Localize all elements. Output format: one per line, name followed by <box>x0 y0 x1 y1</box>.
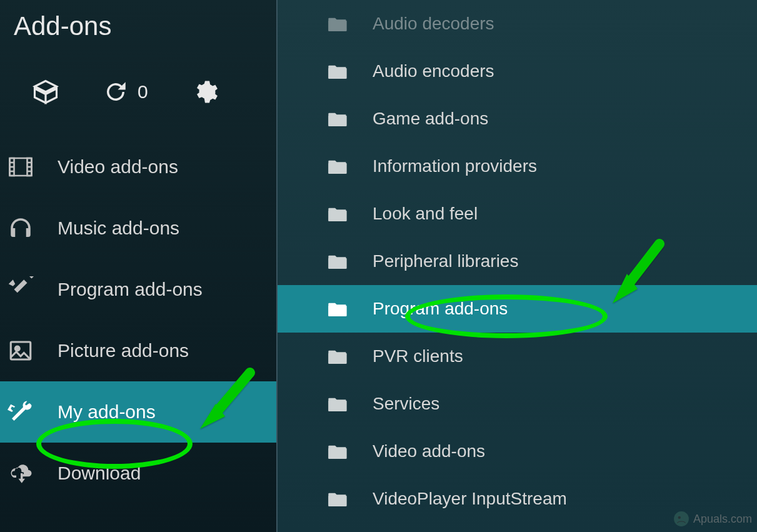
svg-rect-19 <box>328 401 346 411</box>
sidebar-item-label: Video add-ons <box>58 156 178 178</box>
folder-icon <box>328 443 348 460</box>
svg-rect-16 <box>328 258 346 269</box>
folder-icon <box>328 110 348 128</box>
sidebar-item-label: Download <box>58 463 141 484</box>
svg-rect-14 <box>328 163 346 174</box>
gear-icon <box>192 79 218 105</box>
content-item-services[interactable]: Services <box>278 380 757 428</box>
folder-icon <box>328 205 348 223</box>
watermark-icon <box>673 511 689 527</box>
sidebar-item-picture-addons[interactable]: Picture add-ons <box>0 320 276 381</box>
toolbar: 0 <box>0 48 276 136</box>
content-item-label: Look and feel <box>373 204 478 224</box>
svg-rect-12 <box>328 68 346 79</box>
watermark-text: Apuals.com <box>693 513 752 526</box>
content-item-label: Peripheral libraries <box>373 251 518 271</box>
svg-rect-18 <box>328 353 346 364</box>
right-panel: Audio decoders Audio encoders Game add-o… <box>276 0 757 532</box>
content-item-label: PVR clients <box>373 346 463 366</box>
film-icon <box>8 154 34 180</box>
sidebar-item-label: Picture add-ons <box>58 340 189 361</box>
content-item-label: Audio decoders <box>373 14 494 34</box>
content-item-label: Game add-ons <box>373 109 488 129</box>
folder-icon <box>328 490 348 508</box>
content-item-program-addons[interactable]: Program add-ons <box>278 285 757 333</box>
folder-icon <box>328 15 348 33</box>
sidebar-item-my-addons[interactable]: My add-ons <box>0 381 276 443</box>
content-list: Audio decoders Audio encoders Game add-o… <box>278 0 757 523</box>
wrench-icon <box>8 399 34 425</box>
folder-icon <box>328 63 348 80</box>
folder-icon <box>328 253 348 270</box>
content-item-label: Audio encoders <box>373 61 494 81</box>
folder-icon <box>328 158 348 175</box>
box-icon <box>33 79 59 105</box>
content-item-look-and-feel[interactable]: Look and feel <box>278 190 757 238</box>
svg-rect-21 <box>328 496 346 506</box>
svg-point-24 <box>674 511 689 526</box>
content-item-game-addons[interactable]: Game add-ons <box>278 95 757 143</box>
watermark: Apuals.com <box>673 511 752 527</box>
sidebar-item-program-addons[interactable]: Program add-ons <box>0 259 276 320</box>
sidebar-item-music-addons[interactable]: Music add-ons <box>0 198 276 259</box>
svg-rect-11 <box>328 21 346 31</box>
content-item-label: VideoPlayer InputStream <box>373 489 567 509</box>
left-panel: Add-ons 0 Video add-ons <box>0 0 276 532</box>
box-button[interactable] <box>33 79 59 105</box>
svg-rect-15 <box>328 211 346 221</box>
tools-icon <box>8 276 34 303</box>
svg-point-10 <box>15 346 19 351</box>
toolbar-count: 0 <box>138 81 148 103</box>
svg-rect-13 <box>328 116 346 126</box>
content-item-information-providers[interactable]: Information providers <box>278 143 757 190</box>
refresh-button[interactable]: 0 <box>103 79 148 105</box>
page-title: Add-ons <box>0 0 276 48</box>
sidebar-item-label: Music add-ons <box>58 218 179 239</box>
picture-icon <box>8 338 34 364</box>
content-item-audio-decoders[interactable]: Audio decoders <box>278 0 757 48</box>
folder-icon <box>328 348 348 365</box>
settings-button[interactable] <box>192 79 218 105</box>
content-item-pvr-clients[interactable]: PVR clients <box>278 333 757 380</box>
sidebar-item-download[interactable]: Download <box>0 443 276 504</box>
sidebar-item-label: Program add-ons <box>58 279 203 300</box>
sidebar-list: Video add-ons Music add-ons Program add-… <box>0 136 276 504</box>
folder-icon <box>328 300 348 318</box>
sidebar-item-video-addons[interactable]: Video add-ons <box>0 136 276 198</box>
folder-icon <box>328 395 348 413</box>
cloud-download-icon <box>8 460 34 486</box>
svg-rect-17 <box>328 306 346 316</box>
content-item-video-addons[interactable]: Video add-ons <box>278 428 757 475</box>
svg-rect-20 <box>328 448 346 459</box>
content-item-label: Video add-ons <box>373 441 485 461</box>
svg-point-25 <box>678 516 681 519</box>
headphones-icon <box>8 215 34 241</box>
content-item-label: Services <box>373 394 439 414</box>
sidebar-item-label: My add-ons <box>58 401 156 423</box>
content-item-peripheral-libraries[interactable]: Peripheral libraries <box>278 238 757 285</box>
content-item-audio-encoders[interactable]: Audio encoders <box>278 48 757 95</box>
content-item-label: Information providers <box>373 156 537 176</box>
content-item-label: Program add-ons <box>373 299 508 319</box>
refresh-icon <box>103 79 129 105</box>
